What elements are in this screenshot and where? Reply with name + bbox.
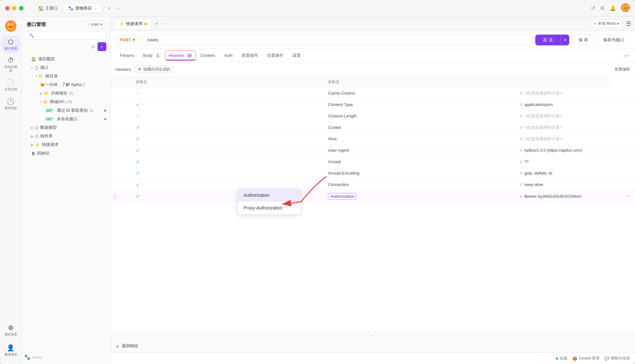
unnamed-dot [104,118,106,120]
settings-icon[interactable]: ⚙ [600,5,605,11]
bulk-edit-button[interactable]: 批量编辑 [615,67,630,72]
send-button[interactable]: 发 送 [535,35,561,45]
action-cell [611,133,635,145]
refresh-icon[interactable]: ↺ [591,5,595,11]
param-value: <在发送请求时计算> [525,125,562,130]
info-icon[interactable]: ℹ [520,148,522,153]
check-icon[interactable]: ✓ [136,170,140,176]
sidebar-item-docs[interactable]: 📄 分享文档 [2,76,20,94]
check-icon[interactable]: ✓ [136,194,140,199]
mock-selector[interactable]: ✦ 本地 Mock ▾ [590,19,622,28]
info-icon[interactable]: ℹ [520,194,522,199]
save-button[interactable]: 保 存 [572,35,594,45]
tree-item-unnamed[interactable]: GET 未命名接口 [22,115,110,123]
info-icon[interactable]: ℹ [520,114,522,118]
add-button[interactable]: + [97,42,106,51]
req-tab-quick[interactable]: ⚡ 快捷请求 [114,19,151,29]
minimize-button[interactable] [12,6,17,10]
sidebar-item-interfaces[interactable]: ⬡ 接口管理 [2,36,20,53]
check-icon[interactable]: ✓ [136,136,140,142]
code-icon[interactable]: </> [624,53,630,58]
nav-settings[interactable]: 设置 [288,50,305,62]
tree-item-shop-api[interactable]: ▾ 📁 商城API (74) [22,98,110,106]
tab-home[interactable]: 🏠 主窗口 [34,4,62,13]
overview-icon: 🏠 [31,57,36,62]
notification-icon[interactable]: 🔔 [610,5,616,11]
save-as-button[interactable]: 保存为接口 [597,35,630,45]
info-icon[interactable]: ℹ [520,182,522,187]
info-icon[interactable]: ℹ [520,102,522,107]
more-tabs-button[interactable]: ··· [115,4,121,12]
nav-params[interactable]: Params [116,50,139,61]
collapse-icon[interactable]: ▲ [116,344,119,348]
tree-item-root[interactable]: ▾ 📁 根目录 [22,72,110,81]
check-icon[interactable]: ✓ [136,159,140,164]
nav-headers[interactable]: Headers 10 [165,50,196,61]
check-icon[interactable]: ✓ [136,182,140,187]
user-avatar[interactable]: 🐱 [621,3,630,12]
nav-cookies[interactable]: Cookies [196,50,220,61]
sidebar-item-settings[interactable]: ⚙ 项目设置 [2,321,20,339]
search-input[interactable] [36,33,103,38]
sidebar-item-history[interactable]: 🕐 请求历史 [2,95,20,113]
send-arrow-button[interactable]: ▾ [561,35,569,45]
hide-auto-button[interactable]: 👁 隐藏自动生成的 [134,65,174,73]
info-icon[interactable]: ℹ [520,159,522,164]
name-cell: Cookie [323,122,515,133]
tree-item-components[interactable]: ▶ ⬡ 组件库 [22,132,110,141]
tab-close-icon[interactable]: × [95,6,97,10]
nav-pre-op[interactable]: 前置操作 [237,50,263,62]
check-icon[interactable]: ✓ [136,148,140,153]
check-icon[interactable]: ✓ [136,113,140,119]
main-content: ⚡ 快捷请求 + ··· ✦ 本地 Mock ▾ ☰ [110,17,635,364]
action-cell: − [611,190,635,202]
apis-expand-icon: ▾ [31,66,33,69]
info-icon[interactable]: ℹ [520,171,522,175]
param-name-text[interactable]: Authorization [328,193,357,200]
param-name-text: Accept [328,159,341,164]
more-req-tabs-button[interactable]: ··· [161,20,167,28]
add-req-tab-button[interactable]: + [154,20,159,28]
autocomplete-item-proxy-auth[interactable]: Proxy-Authorization [238,202,301,214]
docs-icon: 📄 [7,79,15,87]
check-icon[interactable]: ✓ [136,90,140,96]
cookie-management[interactable]: 🍪 Cookie 管理 [572,356,599,361]
branch-selector[interactable]: ⑂ main ▾ [84,21,105,28]
remove-row-button[interactable]: − [626,193,630,199]
check-icon[interactable]: ✓ [136,125,140,130]
check-cell: ✓ [131,88,323,99]
example-expand-icon: ▶ [40,92,43,95]
url-input[interactable] [142,35,532,45]
tree-item-apifox-intro[interactable]: 🐱一分钟，了解 Apifox！ [22,81,110,89]
maximize-button[interactable] [19,6,23,10]
nav-post-op[interactable]: 后置操作 [263,50,288,62]
nav-auth[interactable]: Auth [220,50,237,61]
hamburger-icon[interactable]: ☰ [626,20,631,27]
tree-item-trash[interactable]: 🗑 回收站 [22,149,110,158]
drag-handle-icon[interactable]: ⣿ [113,194,117,199]
tree-item-quick-req[interactable]: ▶ ⚡ 快捷请求 [22,141,110,149]
nav-body[interactable]: Body 1 [139,50,165,62]
logo-label: Apifox [32,355,42,359]
filter-icon[interactable]: ⊞ [91,44,95,49]
check-icon[interactable]: ✓ [136,102,140,107]
search-bar[interactable]: 🔍 [25,31,106,40]
tree-item-get-category[interactable]: GET 通过 ID 获取类别 (1) [22,106,110,115]
add-tab-button[interactable]: + [106,4,112,12]
close-button[interactable] [5,6,10,10]
tab-shop[interactable]: 🐾 宠物商店 × [64,4,101,13]
sidebar-item-invite[interactable]: 👤 邀请成员 [2,341,20,359]
info-icon[interactable]: ℹ [520,136,522,141]
sidebar-item-automation[interactable]: ⏱ 自动化测试 [2,54,20,75]
data-models-icon: ⬡ [35,125,38,130]
tree-item-apis[interactable]: ▾ ⬡ 接口 [22,63,110,72]
tree-item-overview[interactable]: 🏠 项目概览 [22,55,110,63]
method-selector[interactable]: POST ▾ [116,35,139,44]
tree-item-data-models[interactable]: ▶ ⬡ 数据模型 [22,123,110,132]
autocomplete-item-auth[interactable]: Authorization [238,189,301,202]
info-icon[interactable]: ℹ [520,91,522,96]
tree-item-example[interactable]: ▶ 📁 示例项目 (5) [22,89,110,98]
info-icon[interactable]: ℹ [520,125,522,130]
value-cell: ℹ gzip, deflate, br [515,168,611,179]
help-support[interactable]: 💬 帮助与支持 [605,356,630,361]
